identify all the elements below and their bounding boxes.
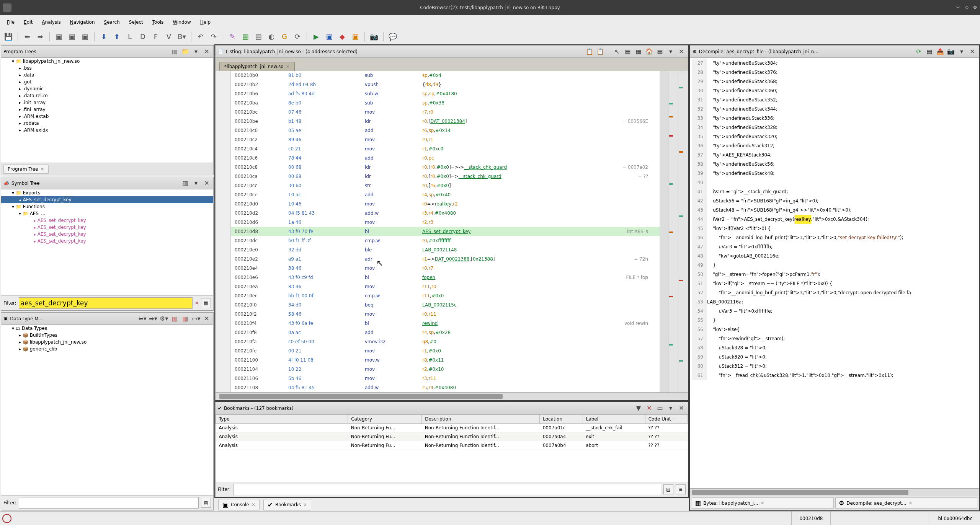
nav1-icon[interactable]: ▣ <box>54 31 64 42</box>
listing-row[interactable]: 000210ba8e b0subsp,#0x38 <box>231 98 660 108</box>
decompile-line[interactable]: 28 "ty">undefined8 uStack376; <box>692 68 977 77</box>
undo-icon[interactable]: ↶ <box>195 31 206 42</box>
window-maximize-icon[interactable]: ◇ <box>965 5 969 11</box>
listing-row[interactable]: 000210fe00 21movr1,#0x0 <box>231 346 660 355</box>
label-icon[interactable]: L <box>124 31 135 42</box>
pt-section[interactable]: ▸ .got <box>1 78 213 85</box>
bm-col[interactable]: Category <box>348 415 422 424</box>
decompile-line[interactable]: 47 uVar3 = "lit">0xfffffffb; <box>692 242 977 251</box>
listing-row[interactable]: 000210c800 68ldrr0,[r0,#0x0]=>->__stack_… <box>231 163 660 172</box>
bm-filter-icon[interactable]: ▼ <box>634 404 643 412</box>
menu-tools[interactable]: Tools <box>149 18 168 26</box>
data-icon[interactable]: D <box>137 31 148 42</box>
dc-icon1[interactable]: ▤ <box>925 47 934 56</box>
decompile-line[interactable]: 49 } <box>692 261 977 270</box>
decompile-line[interactable]: 30 "ty">undefined8 uStack360; <box>692 86 977 95</box>
listing-row[interactable]: 000210c289 46movr9,r1 <box>231 135 660 144</box>
symbol-filter-input[interactable] <box>19 297 193 309</box>
st-fn-item[interactable]: ⬥ AES_set_decrypt_key <box>1 224 213 231</box>
menu-select[interactable]: Select <box>125 18 147 26</box>
pt-section[interactable]: ▸ .fini_array <box>1 106 213 113</box>
listing-hscroll[interactable] <box>216 392 688 400</box>
dtm-filter-btn-icon[interactable]: ▤ <box>201 498 211 508</box>
decompile-line[interactable]: 35 "ty">undefined8 uStack320; <box>692 132 977 141</box>
ls-dropdown-icon[interactable]: ▾ <box>666 47 675 56</box>
listing-row[interactable]: 000210d204 f5 81 43add.wr3,r4,#0x4080 <box>231 209 660 218</box>
listing-row[interactable]: 000210cc30 60strr0,[r6,#0x0] <box>231 181 660 190</box>
decompile-line[interactable]: 39 "ty">undefined8 uStack48; <box>692 169 977 178</box>
overview-bar-1[interactable] <box>668 71 678 392</box>
pt-root[interactable]: ▾ 📁 libapplypatch_jni_new.so <box>1 58 213 65</box>
decompile-line[interactable]: 57 "fn">rewind("gl">__stream); <box>692 334 977 343</box>
decompile-line[interactable]: 38 "ty">undefined8 uStack56; <box>692 160 977 169</box>
dtm-icon3[interactable]: ▥ <box>181 315 189 323</box>
bm-col[interactable]: Type <box>216 415 348 424</box>
run-icon[interactable]: ▶ <box>311 31 322 42</box>
dc-close-icon[interactable]: ✕ <box>968 47 977 56</box>
listing-row[interactable]: 0002110410 22movr2,#0x10 <box>231 365 660 374</box>
tool1-icon[interactable]: ✎ <box>227 31 238 42</box>
close-icon[interactable]: ✕ <box>909 501 913 506</box>
save-icon[interactable]: 💾 <box>3 31 14 42</box>
tool5-icon[interactable]: G <box>279 31 290 42</box>
tool2-icon[interactable]: ▦ <box>240 31 251 42</box>
decompile-line[interactable]: 59 uStack320 = "lit">0; <box>692 352 977 362</box>
st-fn-item[interactable]: ⬥ AES_set_decrypt_key <box>1 238 213 245</box>
tool3-icon[interactable]: ▤ <box>253 31 264 42</box>
decompile-line[interactable]: 52 "fn">__android_log_buf_print("lit">3,… <box>692 288 977 297</box>
arrow-down-icon[interactable]: ⬇ <box>98 31 109 42</box>
listing-row[interactable]: 000210dcb0 f1 ff 3fcmp.wr0,#0xffffffff <box>231 236 660 245</box>
overview-bar-2[interactable] <box>678 71 688 392</box>
close-icon[interactable]: ✕ <box>286 64 290 69</box>
listing-row[interactable]: 000211004f f0 11 08mov.wr8,#0x11 <box>231 355 660 365</box>
pt-section[interactable]: ▸ .dynamic <box>1 85 213 92</box>
dc-export-icon[interactable]: 📤 <box>936 47 944 56</box>
decompile-line[interactable]: 58 uStack328 = "lit">0; <box>692 343 977 352</box>
listing-row[interactable]: 000210f258 46movr0,r11 <box>231 310 660 319</box>
listing-row[interactable]: 000210beb1 48ldrr0,[DAT_00021384]= 00056… <box>231 117 660 126</box>
bm-close-icon[interactable]: ✕ <box>677 404 686 412</box>
pt-section[interactable]: ▸ .ARM.exidx <box>1 127 213 134</box>
menu-analysis[interactable]: Analysis <box>38 18 64 26</box>
listing-row[interactable]: 000210e643 f0 c9 fdblfopenFILE * fop <box>231 273 660 282</box>
dtm-icon2[interactable]: ▥ <box>170 315 179 323</box>
listing-view[interactable]: ↖ 000210b081 b0subsp,#0x4000210b22d ed 0… <box>231 71 660 392</box>
dc-refresh-icon[interactable]: ⟳ <box>915 47 923 56</box>
st-icon2[interactable]: ▾ <box>192 179 200 188</box>
bm-row[interactable]: AnalysisNon-Returning Fu...Non-Returning… <box>216 424 688 432</box>
pt-section[interactable]: ▸ .ARM.extab <box>1 113 213 120</box>
ls-close-icon[interactable]: ✕ <box>677 47 686 56</box>
bm-col[interactable]: Description <box>422 415 540 424</box>
help-icon[interactable]: 💬 <box>387 31 398 42</box>
func-icon[interactable]: F <box>150 31 161 42</box>
pt-section[interactable]: ▸ .init_array <box>1 99 213 106</box>
filter-options-icon[interactable]: ▤ <box>201 298 211 308</box>
listing-row[interactable]: 000210e438 46movr0,r7 <box>231 264 660 273</box>
st-functions[interactable]: ▾ 📁 Functions <box>1 203 213 210</box>
listing-row[interactable]: 000210bc07 46movr7,r0 <box>231 108 660 117</box>
st-export-item[interactable]: ⬥ AES_set_decrypt_key <box>1 196 213 203</box>
pt-section[interactable]: ▸ .rodata <box>1 120 213 127</box>
decompile-line[interactable]: 61 "fn">__fread_chk(&uStack328,"lit">1,"… <box>692 371 977 380</box>
close-icon[interactable]: ✕ <box>40 166 44 172</box>
pt-section[interactable]: ▸ .bss <box>1 65 213 72</box>
close-icon[interactable]: ✕ <box>761 501 764 506</box>
bm-row[interactable]: AnalysisNon-Returning Fu...Non-Returning… <box>216 432 688 441</box>
st-exports[interactable]: ▾ 📁 Exports <box>1 189 213 196</box>
dtm-fwd-icon[interactable]: ➡▾ <box>149 315 157 323</box>
listing-row[interactable]: 000210ce10 acaddr4,sp,#0x40 <box>231 190 660 199</box>
menu-file[interactable]: File <box>3 18 18 26</box>
tool4-icon[interactable]: ◐ <box>266 31 277 42</box>
listing-row[interactable]: 000210ecbb f1 00 0fcmp.wr11,#0x0 <box>231 291 660 300</box>
pt-folder-icon[interactable]: 📁 <box>181 47 189 56</box>
listing-row[interactable]: 0002110804 f5 81 45add.wr5,r4,#0x4080 <box>231 383 660 392</box>
menu-help[interactable]: Help <box>196 18 214 26</box>
decompile-line[interactable]: 40 <box>692 178 977 187</box>
tab-bookmarks[interactable]: ✔ Bookmarks ✕ <box>263 499 311 510</box>
decompile-line[interactable]: 45 "kw">if (iVar2 < "lit">0) { <box>692 224 977 233</box>
listing-row[interactable]: 000210d010 46movr0=>realkey,r2 <box>231 199 660 209</box>
listing-row[interactable]: 000210c4c0 21movr1,#0xc0 <box>231 144 660 153</box>
tab-console[interactable]: ▣ Console ✕ <box>218 499 260 510</box>
ls-copy-icon[interactable]: 📋 <box>585 47 594 56</box>
dtm-filter-input[interactable] <box>19 497 199 509</box>
